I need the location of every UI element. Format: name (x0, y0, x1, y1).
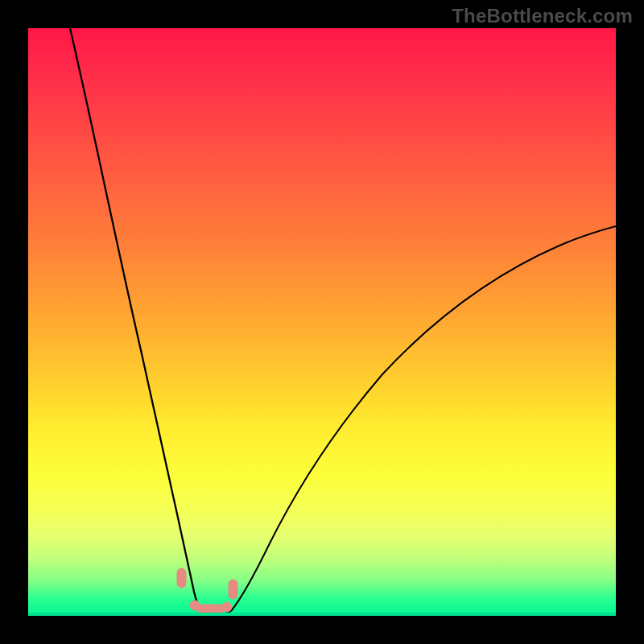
marker-dot (229, 580, 237, 599)
marker-dot (177, 568, 186, 588)
watermark-text: TheBottleneck.com (452, 5, 633, 27)
curve-left-branch (70, 28, 200, 611)
bottleneck-curve (28, 28, 616, 616)
marker-group (177, 568, 237, 613)
plot-area (28, 28, 616, 616)
chart-frame: TheBottleneck.com (0, 0, 644, 644)
baseline-strip (28, 613, 616, 616)
marker-dot (222, 602, 232, 612)
curve-right-branch (231, 226, 616, 611)
